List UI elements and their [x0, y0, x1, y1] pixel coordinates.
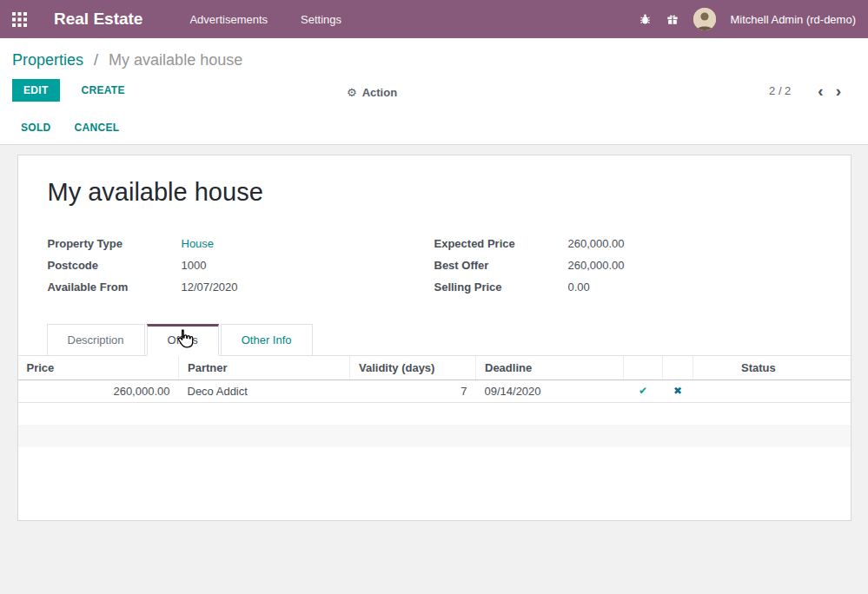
column-header-validity[interactable]: Validity (days) — [350, 356, 476, 380]
property-type-value-link[interactable]: House — [182, 233, 215, 254]
tab-other-info[interactable]: Other Info — [221, 324, 313, 356]
control-panel: EDIT CREATE ⚙ Action 2 / 2 ‹ › — [0, 73, 868, 110]
debug-bug-icon[interactable] — [639, 13, 652, 26]
pager-previous-icon[interactable]: ‹ — [812, 82, 829, 99]
pager: 2 / 2 ‹ › — [769, 82, 856, 99]
cancel-button[interactable]: CANCEL — [75, 122, 120, 134]
tab-description[interactable]: Description — [47, 324, 145, 356]
sold-button[interactable]: SOLD — [21, 122, 51, 134]
offer-status-cell — [693, 380, 851, 402]
pager-next-icon[interactable]: › — [830, 82, 847, 99]
column-header-status[interactable]: Status — [693, 356, 851, 380]
app-name[interactable]: Real Estate — [54, 10, 142, 29]
empty-row — [18, 402, 851, 425]
refuse-offer-icon[interactable]: ✖ — [663, 380, 693, 402]
field-label: Expected Price — [434, 233, 568, 254]
field-label: Postcode — [48, 254, 182, 276]
action-menu-button[interactable]: ⚙ Action — [347, 85, 397, 98]
apps-grid-glyph — [12, 12, 27, 27]
column-header-deadline[interactable]: Deadline — [476, 356, 624, 380]
edit-button[interactable]: EDIT — [12, 79, 60, 102]
offer-partner-cell[interactable]: Deco Addict — [179, 380, 350, 402]
postcode-value: 1000 — [182, 254, 207, 276]
offer-row[interactable]: 260,000.00 Deco Addict 7 09/14/2020 ✔ ✖ — [18, 380, 851, 402]
breadcrumb: Properties / My available house — [0, 38, 868, 73]
form-statusbar: SOLD CANCEL — [0, 110, 868, 145]
form-sheet: My available house Property Type House P… — [17, 155, 851, 521]
field-column-left: Property Type House Postcode 1000 Availa… — [48, 233, 434, 298]
create-button[interactable]: CREATE — [75, 79, 132, 102]
column-header-price[interactable]: Price — [18, 356, 179, 380]
offer-validity-cell[interactable]: 7 — [350, 380, 476, 402]
navbar-right: Mitchell Admin (rd-demo) — [639, 8, 857, 30]
empty-row — [18, 425, 851, 447]
field-label: Property Type — [48, 233, 182, 254]
apps-menu-icon[interactable] — [12, 11, 28, 27]
selling-price-value: 0.00 — [568, 276, 590, 298]
field-row-selling-price: Selling Price 0.00 — [434, 276, 821, 298]
pager-value: 2 / 2 — [769, 84, 791, 97]
breadcrumb-properties[interactable]: Properties — [12, 51, 83, 69]
offers-table: Price Partner Validity (days) Deadline S… — [18, 356, 851, 447]
field-label: Best Offer — [434, 254, 568, 276]
record-title: My available house — [48, 178, 821, 207]
accept-offer-icon[interactable]: ✔ — [624, 380, 663, 402]
breadcrumb-current: My available house — [109, 51, 242, 69]
offer-deadline-cell[interactable]: 09/14/2020 — [476, 380, 624, 402]
column-header-accept — [624, 356, 663, 380]
field-row-available-from: Available From 12/07/2020 — [48, 276, 434, 298]
form-view-content: My available house Property Type House P… — [0, 145, 868, 594]
field-row-postcode: Postcode 1000 — [48, 254, 434, 276]
offer-price-cell[interactable]: 260,000.00 — [18, 380, 179, 402]
best-offer-value: 260,000.00 — [568, 254, 625, 276]
expected-price-value: 260,000.00 — [568, 233, 625, 254]
gear-icon: ⚙ — [347, 85, 357, 98]
field-row-expected-price: Expected Price 260,000.00 — [434, 233, 821, 254]
action-menu-label: Action — [362, 85, 397, 98]
field-row-property-type: Property Type House — [48, 233, 434, 254]
breadcrumb-separator: / — [94, 51, 98, 69]
menu-advertisements[interactable]: Advertisements — [189, 13, 268, 26]
field-column-right: Expected Price 260,000.00 Best Offer 260… — [434, 233, 821, 298]
notebook-tabs: Description Offers Other Info — [18, 324, 851, 356]
field-label: Selling Price — [434, 276, 568, 298]
gift-icon[interactable] — [666, 13, 679, 25]
available-from-value: 12/07/2020 — [182, 276, 238, 298]
offers-table-header: Price Partner Validity (days) Deadline S… — [18, 356, 851, 380]
column-header-refuse — [663, 356, 693, 380]
user-avatar[interactable] — [693, 8, 716, 30]
top-navbar: Real Estate Advertisements Settings — [0, 0, 868, 38]
tab-offers[interactable]: Offers — [147, 324, 219, 356]
top-menu: Advertisements Settings — [189, 13, 341, 26]
menu-settings[interactable]: Settings — [301, 13, 341, 26]
user-name[interactable]: Mitchell Admin (rd-demo) — [731, 13, 857, 26]
field-row-best-offer: Best Offer 260,000.00 — [434, 254, 821, 276]
column-header-partner[interactable]: Partner — [179, 356, 350, 380]
field-group: Property Type House Postcode 1000 Availa… — [48, 233, 821, 298]
field-label: Available From — [48, 276, 182, 298]
